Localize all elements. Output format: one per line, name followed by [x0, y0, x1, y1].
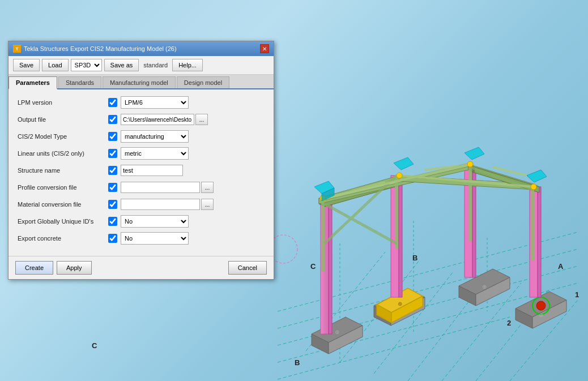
lpm-select[interactable]: LPM/6 LPM/5 LPM/4 [121, 96, 189, 109]
units-select[interactable]: metric imperial [121, 147, 189, 160]
svg-rect-38 [329, 198, 332, 334]
form-area: LPM version LPM/6 LPM/5 LPM/4 Output fil… [8, 89, 274, 256]
profile-browse-btn[interactable]: ... [201, 182, 214, 193]
tab-design[interactable]: Design model [177, 76, 229, 88]
tekla-icon: T [13, 45, 21, 53]
profile-checkbox[interactable] [108, 183, 117, 192]
svg-text:B: B [295, 358, 300, 367]
form-row-guid: Export Globally Unique ID's No Yes [18, 215, 265, 228]
concrete-label: Export concrete [18, 235, 108, 242]
form-row-lpm: LPM version LPM/6 LPM/5 LPM/4 [18, 96, 265, 109]
form-row-material: Material conversion file ... [18, 198, 265, 211]
tab-manufacturing[interactable]: Manufacturing model [103, 76, 176, 88]
units-checkbox[interactable] [108, 149, 117, 158]
svg-point-70 [467, 161, 473, 167]
svg-text:⊕: ⊕ [539, 312, 543, 318]
concrete-checkbox[interactable] [108, 234, 117, 243]
material-checkbox[interactable] [108, 200, 117, 209]
structure-input[interactable] [121, 165, 183, 176]
close-button[interactable]: ✕ [260, 44, 269, 53]
svg-text:2: 2 [507, 319, 511, 327]
output-label: Output file [18, 116, 108, 123]
svg-marker-75 [465, 147, 484, 160]
structure-label: Structure name [18, 167, 108, 174]
dialog-toolbar: Save Load SP3D Save as standard Help... [8, 56, 274, 75]
guid-label: Export Globally Unique ID's [18, 218, 108, 225]
save-button[interactable]: Save [13, 59, 40, 71]
standard-value: standard [141, 62, 170, 69]
svg-point-69 [397, 173, 402, 178]
tab-standards[interactable]: Standards [58, 76, 101, 88]
apply-button[interactable]: Apply [57, 261, 92, 275]
profile-dropdown[interactable]: SP3D [71, 59, 102, 71]
help-button[interactable]: Help... [172, 59, 203, 71]
dialog-title: Tekla Structures Export CIS2 Manufacturi… [24, 45, 177, 52]
cis2-select[interactable]: manufacturing design [121, 130, 189, 143]
cis2-checkbox[interactable] [108, 132, 117, 141]
svg-text:⊕: ⊕ [398, 301, 402, 307]
dialog-window: T Tekla Structures Export CIS2 Manufactu… [8, 41, 274, 280]
svg-point-71 [531, 184, 536, 190]
svg-text:A: A [558, 262, 564, 271]
guid-select[interactable]: No Yes [121, 215, 189, 228]
material-browse-btn[interactable]: ... [201, 199, 214, 210]
cis2-label: CIS/2 Model Type [18, 133, 108, 140]
svg-text:B: B [412, 254, 417, 262]
dialog-footer: Create Apply Cancel [8, 256, 274, 279]
output-browse-btn[interactable]: ... [195, 114, 208, 125]
dialog-titlebar: T Tekla Structures Export CIS2 Manufactu… [8, 41, 274, 56]
form-row-structure: Structure name [18, 164, 265, 177]
svg-text:1: 1 [575, 290, 579, 299]
profile-label: Profile conversion file [18, 184, 108, 191]
svg-text:C: C [310, 262, 316, 271]
lpm-checkbox[interactable] [108, 98, 117, 107]
tabs-bar: Parameters Standards Manufacturing model… [8, 75, 274, 89]
load-button[interactable]: Load [42, 59, 68, 71]
material-input[interactable] [121, 199, 200, 210]
profile-input[interactable] [121, 182, 200, 193]
guid-checkbox[interactable] [108, 217, 117, 226]
form-row-units: Linear units (CIS/2 only) metric imperia… [18, 147, 265, 160]
svg-marker-74 [394, 157, 414, 170]
svg-rect-40 [399, 175, 402, 297]
svg-marker-76 [527, 170, 547, 182]
form-row-output: Output file ... [18, 113, 265, 126]
lpm-label: LPM version [18, 99, 108, 106]
svg-point-34 [536, 301, 546, 310]
tab-parameters[interactable]: Parameters [8, 76, 57, 89]
create-button[interactable]: Create [15, 261, 53, 275]
svg-text:⊕: ⊕ [335, 329, 339, 335]
output-input[interactable] [121, 114, 194, 125]
form-row-concrete: Export concrete No Yes [18, 232, 265, 245]
output-checkbox[interactable] [108, 115, 117, 124]
cancel-button[interactable]: Cancel [228, 261, 267, 275]
svg-line-4 [278, 317, 510, 379]
svg-text:C: C [92, 341, 97, 350]
svg-text:⊕: ⊕ [482, 284, 487, 290]
concrete-select[interactable]: No Yes [121, 232, 189, 245]
form-row-profile: Profile conversion file ... [18, 181, 265, 194]
structure-checkbox[interactable] [108, 166, 117, 175]
units-label: Linear units (CIS/2 only) [18, 150, 108, 157]
save-as-button[interactable]: Save as [104, 59, 139, 71]
form-row-cis2: CIS/2 Model Type manufacturing design [18, 130, 265, 143]
titlebar-content: T Tekla Structures Export CIS2 Manufactu… [13, 45, 177, 53]
svg-rect-44 [538, 187, 541, 297]
material-label: Material conversion file [18, 201, 108, 208]
